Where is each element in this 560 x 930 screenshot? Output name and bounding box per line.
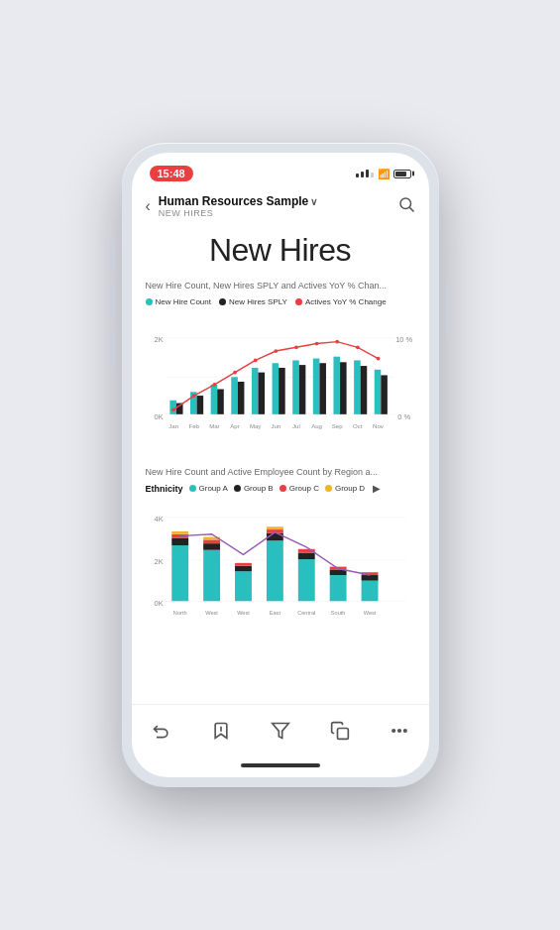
svg-text:Nov: Nov (373, 422, 385, 429)
svg-text:Aug: Aug (311, 422, 322, 429)
more-button[interactable] (390, 721, 409, 741)
legend-item-new-hire-count: New Hire Count (146, 297, 211, 306)
svg-point-39 (335, 339, 339, 343)
filter-button[interactable] (271, 721, 290, 741)
svg-text:0K: 0K (154, 599, 163, 608)
svg-text:4K: 4K (154, 515, 163, 523)
back-button[interactable]: ‹ (146, 197, 151, 215)
chart1-legend: New Hire Count New Hires SPLY Actives Yo… (146, 297, 415, 306)
search-button[interactable] (397, 195, 415, 218)
chart2-title: New Hire Count and Active Employee Count… (146, 467, 415, 479)
svg-point-37 (294, 345, 298, 349)
svg-rect-29 (374, 369, 381, 413)
svg-rect-19 (272, 363, 279, 414)
svg-point-34 (233, 370, 237, 374)
svg-text:South: South (330, 611, 345, 617)
legend-item-group-a: Group A (189, 484, 228, 493)
svg-point-95 (403, 729, 406, 732)
svg-rect-30 (381, 375, 388, 413)
svg-rect-60 (171, 538, 188, 546)
svg-rect-75 (297, 553, 314, 560)
legend-label-group-c: Group C (289, 484, 319, 493)
legend-next-button[interactable]: ▶ (373, 483, 381, 494)
legend-dot-group-c (280, 485, 286, 492)
legend-label-group-a: Group A (199, 484, 228, 493)
svg-rect-80 (361, 581, 378, 602)
svg-point-32 (191, 394, 195, 398)
svg-text:2K: 2K (154, 334, 163, 343)
chart1-visual: 2K 0K 10 % 0 % (146, 312, 415, 451)
legend-label-actives-yoy: Actives YoY % Change (305, 297, 387, 306)
legend-dot-group-b (234, 485, 241, 492)
legend-label-group-d: Group D (335, 484, 365, 493)
svg-rect-64 (203, 544, 220, 551)
volume-down-button[interactable] (110, 282, 115, 321)
svg-rect-16 (237, 382, 244, 414)
svg-rect-13 (210, 385, 217, 414)
legend-item-group-b: Group B (234, 484, 274, 493)
chart1-title: New Hire Count, New Hires SPLY and Activ… (146, 281, 415, 292)
svg-rect-68 (235, 566, 252, 572)
svg-point-94 (397, 729, 400, 732)
status-icons: 📶 (356, 169, 411, 179)
svg-rect-73 (266, 527, 282, 530)
nav-chevron: ∨ (310, 196, 317, 207)
nav-subtitle: NEW HIRES (159, 208, 397, 218)
legend-label-new-hire-count: New Hire Count (156, 297, 211, 306)
svg-rect-9 (169, 400, 176, 413)
svg-rect-28 (360, 366, 367, 414)
bookmark-button[interactable] (211, 721, 231, 741)
mute-button[interactable] (110, 331, 115, 371)
svg-text:Jun: Jun (271, 422, 280, 429)
svg-rect-70 (266, 541, 282, 602)
copy-button[interactable] (330, 721, 350, 741)
svg-point-31 (171, 407, 175, 411)
legend-label-group-b: Group B (244, 484, 274, 493)
svg-point-35 (253, 358, 257, 362)
legend-dot-actives-yoy (295, 298, 302, 305)
nav-title: Human Resources Sample ∨ (159, 194, 397, 208)
svg-rect-27 (354, 360, 361, 413)
bottom-toolbar (132, 704, 429, 754)
nav-title-block: Human Resources Sample ∨ NEW HIRES (159, 194, 397, 218)
page-title: New Hires (132, 224, 429, 281)
svg-rect-69 (235, 563, 252, 566)
svg-line-1 (409, 207, 413, 211)
svg-text:Feb: Feb (188, 422, 199, 429)
svg-rect-92 (337, 728, 348, 739)
svg-text:Apr: Apr (230, 422, 239, 429)
chart2-visual: 4K 2K 0K (146, 499, 415, 652)
phone-frame: 15:48 📶 ‹ Human Resources Sample (122, 143, 439, 787)
svg-point-33 (212, 383, 216, 387)
svg-rect-65 (203, 540, 220, 544)
undo-button[interactable] (152, 721, 171, 741)
svg-point-41 (376, 356, 380, 360)
ethnicity-row: Ethnicity Group A Group B Group C (146, 483, 415, 494)
svg-rect-14 (217, 389, 224, 413)
svg-rect-63 (203, 550, 220, 602)
status-bar: 15:48 📶 (132, 153, 429, 188)
svg-marker-91 (272, 723, 288, 738)
volume-up-button[interactable] (110, 242, 115, 270)
svg-point-93 (392, 729, 394, 732)
power-button[interactable] (446, 282, 451, 336)
legend-item-new-hire-sply: New Hires SPLY (219, 297, 287, 306)
chart2-section: New Hire Count and Active Employee Count… (146, 467, 415, 653)
legend-dot-new-hire-sply (219, 298, 226, 305)
legend-label-new-hire-sply: New Hires SPLY (229, 297, 287, 306)
svg-rect-17 (251, 368, 258, 414)
svg-text:West: West (363, 611, 376, 617)
legend-dot-new-hire-count (146, 298, 153, 305)
svg-rect-74 (297, 559, 314, 601)
legend-dot-group-d (325, 485, 332, 492)
chart1-svg: 2K 0K 10 % 0 % (146, 312, 415, 451)
home-indicator (132, 754, 429, 777)
scroll-area[interactable]: New Hire Count, New Hires SPLY and Activ… (132, 281, 429, 704)
svg-rect-81 (361, 575, 378, 581)
svg-rect-24 (319, 363, 326, 414)
svg-rect-62 (171, 531, 188, 534)
svg-rect-23 (312, 358, 319, 413)
svg-text:Mar: Mar (209, 422, 219, 429)
signal-icon (356, 170, 374, 177)
svg-rect-25 (333, 356, 340, 413)
